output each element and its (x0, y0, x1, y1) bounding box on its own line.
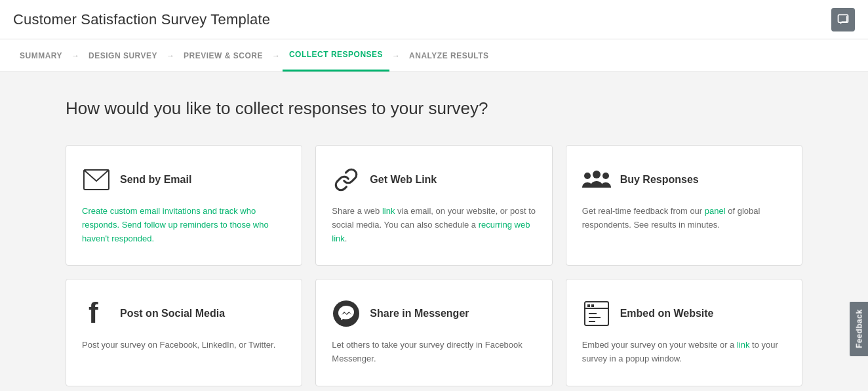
nav-item-analyze-results[interactable]: ANALYZE RESULTS (403, 39, 496, 72)
card-embed-website[interactable]: Embed on Website Embed your survey on yo… (566, 279, 802, 386)
cards-grid: Send by Email Create custom email invita… (66, 145, 802, 386)
card-buy-responses-header: Buy Responses (582, 165, 786, 194)
svg-rect-9 (587, 304, 590, 307)
nav-arrow-4: → (392, 51, 400, 60)
nav-arrow-1: → (71, 51, 79, 60)
card-buy-responses[interactable]: Buy Responses Get real-time feedback fro… (566, 145, 802, 266)
card-post-social-media-title: Post on Social Media (120, 308, 225, 319)
card-embed-website-desc: Embed your survey on your website or a l… (582, 339, 786, 366)
embed-icon (582, 299, 611, 328)
chat-icon-button[interactable] (831, 8, 855, 31)
nav-arrow-2: → (167, 51, 174, 60)
card-get-web-link-title: Get Web Link (370, 174, 437, 186)
messenger-icon (332, 299, 361, 328)
nav-arrow-3: → (272, 51, 280, 60)
nav-item-design-survey[interactable]: DESIGN SURVEY (82, 39, 164, 72)
card-share-messenger-header: Share in Messenger (332, 299, 536, 328)
card-share-messenger-desc: Let others to take your survey directly … (332, 339, 536, 366)
nav-item-summary[interactable]: SUMMARY (13, 39, 69, 72)
card-embed-website-header: Embed on Website (582, 299, 786, 328)
card-send-by-email-desc: Create custom email invitations and trac… (82, 205, 286, 245)
svg-point-3 (593, 171, 601, 178)
svg-text:f: f (89, 299, 98, 328)
card-send-by-email[interactable]: Send by Email Create custom email invita… (66, 145, 302, 266)
svg-rect-10 (591, 304, 594, 307)
chat-icon (837, 13, 850, 26)
card-get-web-link-header: Get Web Link (332, 165, 536, 194)
card-share-messenger[interactable]: Share in Messenger Let others to take yo… (315, 279, 552, 386)
card-post-social-media[interactable]: f Post on Social Media Post your survey … (66, 279, 302, 386)
facebook-icon: f (82, 299, 111, 328)
nav-item-collect-responses[interactable]: COLLECT RESPONSES (283, 39, 389, 72)
header: Customer Satisfaction Survey Template (0, 0, 868, 39)
card-embed-website-title: Embed on Website (620, 308, 714, 319)
main-question: How would you like to collect responses … (66, 98, 802, 119)
card-send-by-email-header: Send by Email (82, 165, 286, 194)
card-buy-responses-desc: Get real-time feedback from our panel of… (582, 205, 786, 232)
link-icon (332, 165, 361, 194)
svg-point-4 (602, 173, 609, 179)
email-icon (82, 165, 111, 194)
people-icon (582, 165, 611, 194)
card-get-web-link[interactable]: Get Web Link Share a web link via email,… (315, 145, 552, 266)
card-post-social-media-header: f Post on Social Media (82, 299, 286, 328)
feedback-tab[interactable]: Feedback (849, 301, 868, 356)
card-send-by-email-title: Send by Email (120, 174, 191, 186)
nav-item-preview-score[interactable]: PREVIEW & SCORE (177, 39, 269, 72)
card-share-messenger-title: Share in Messenger (370, 308, 469, 319)
svg-point-2 (584, 173, 591, 179)
nav-bar: SUMMARY → DESIGN SURVEY → PREVIEW & SCOR… (0, 39, 868, 72)
main-content: How would you like to collect responses … (0, 72, 868, 391)
card-get-web-link-desc: Share a web link via email, on your webs… (332, 205, 536, 245)
card-post-social-media-desc: Post your survey on Facebook, LinkedIn, … (82, 339, 286, 352)
card-buy-responses-title: Buy Responses (620, 174, 699, 186)
page-title: Customer Satisfaction Survey Template (13, 11, 270, 28)
